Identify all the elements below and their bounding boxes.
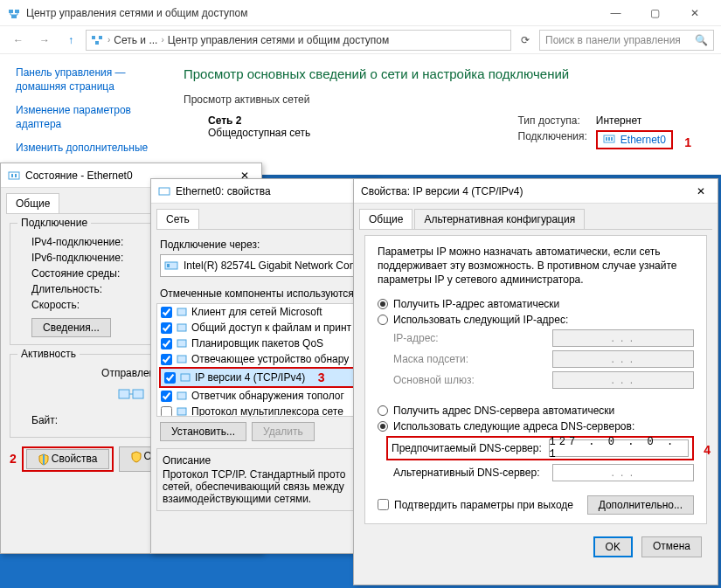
nic-icon xyxy=(164,259,178,273)
back-button[interactable]: ← xyxy=(7,31,30,50)
svg-rect-8 xyxy=(608,137,610,141)
tab-general[interactable]: Общие xyxy=(359,209,412,229)
protocol-icon xyxy=(176,353,188,365)
dialog-title: Свойства: IP версии 4 (TCP/IPv4) xyxy=(361,185,691,197)
ip-address-label: IP-адрес: xyxy=(393,332,552,344)
uninstall-button: Удалить xyxy=(252,422,315,441)
component-checkbox[interactable] xyxy=(161,307,172,318)
crumb-network[interactable]: Сеть и ... xyxy=(114,34,157,46)
component-checkbox[interactable] xyxy=(161,406,172,418)
up-button[interactable]: ↑ xyxy=(59,31,82,50)
forward-button[interactable]: → xyxy=(33,31,56,50)
close-button[interactable]: ✕ xyxy=(675,1,714,25)
advanced-button[interactable]: Дополнительно... xyxy=(587,495,694,515)
callout-1: 1 xyxy=(684,135,691,149)
svg-rect-12 xyxy=(15,174,17,177)
cancel-button[interactable]: Отмена xyxy=(641,536,702,557)
svg-rect-9 xyxy=(611,137,613,141)
svg-rect-3 xyxy=(92,36,95,39)
radio-use-ip[interactable]: Использовать следующий IP-адрес: xyxy=(378,314,694,326)
minimize-button[interactable]: — xyxy=(596,1,635,25)
tab-alternate[interactable]: Альтернативная конфигурация xyxy=(414,209,585,229)
component-checkbox[interactable] xyxy=(161,338,172,349)
network-center-window: Центр управления сетями и общим доступом… xyxy=(0,0,721,175)
alternate-dns-label: Альтернативный DNS-сервер: xyxy=(393,467,552,479)
component-checkbox[interactable] xyxy=(161,322,172,334)
details-button[interactable]: Сведения... xyxy=(31,318,111,337)
component-checkbox[interactable] xyxy=(164,372,176,384)
tab-network[interactable]: Сеть xyxy=(156,209,199,229)
gateway-input: . . . xyxy=(552,371,694,389)
validate-on-exit-checkbox[interactable] xyxy=(378,499,389,510)
ip-address-input: . . . xyxy=(552,329,694,347)
svg-rect-13 xyxy=(119,390,129,398)
ethernet-icon xyxy=(158,185,170,197)
window-title: Центр управления сетями и общим доступом xyxy=(26,7,596,19)
component-item[interactable]: Планировщик пакетов QoS xyxy=(157,336,371,351)
crumb-current: Центр управления сетями и общим доступом xyxy=(168,34,390,46)
search-input[interactable]: Поиск в панели управления 🔍 xyxy=(539,30,714,51)
protocol-icon xyxy=(176,306,188,318)
intro-text: Параметры IP можно назначать автоматичес… xyxy=(378,245,694,287)
dialog-title: Ethernet0: свойства xyxy=(176,185,350,197)
nav-toolbar: ← → ↑ › Сеть и ... › Центр управления се… xyxy=(0,26,721,54)
component-item[interactable]: Протокол мультиплексора сете xyxy=(157,404,371,417)
component-item[interactable]: Общий доступ к файлам и принт xyxy=(157,320,371,336)
svg-rect-19 xyxy=(177,324,186,331)
component-item[interactable]: Клиент для сетей Microsoft xyxy=(157,304,371,320)
search-icon: 🔍 xyxy=(695,34,708,46)
properties-button[interactable]: Свойства xyxy=(26,449,109,469)
protocol-icon xyxy=(176,337,188,349)
protocol-icon xyxy=(176,405,188,417)
description-box: Описание Протокол TCP/IP. Стандартный пр… xyxy=(156,448,371,511)
close-button[interactable]: ✕ xyxy=(691,185,711,197)
sidebar-home[interactable]: Панель управления — домашняя страница xyxy=(16,66,159,93)
ok-button[interactable]: OK xyxy=(593,536,633,557)
callout-3: 3 xyxy=(318,370,325,384)
alternate-dns-input[interactable]: . . . xyxy=(552,464,694,481)
breadcrumb-icon xyxy=(90,33,104,47)
search-placeholder: Поиск в панели управления xyxy=(545,34,681,46)
ipv4-properties-dialog: Свойства: IP версии 4 (TCP/IPv4) ✕ Общие… xyxy=(353,178,718,585)
active-networks-label: Просмотр активных сетей xyxy=(184,93,700,106)
radio-obtain-ip-auto[interactable]: Получить IP-адрес автоматически xyxy=(378,298,694,310)
component-item[interactable]: Ответчик обнаружения тополог xyxy=(157,388,371,404)
sidebar: Панель управления — домашняя страница Из… xyxy=(0,54,175,178)
connection-link-ethernet0[interactable]: Ethernet0 xyxy=(596,130,673,149)
preferred-dns-input[interactable]: 127 . 0 . 0 . 1 xyxy=(549,439,689,457)
component-item[interactable]: Отвечающее устройство обнару xyxy=(157,351,371,367)
breadcrumb[interactable]: › Сеть и ... › Центр управления сетями и… xyxy=(86,30,511,51)
connection-legend: Подключение xyxy=(17,217,91,229)
active-network-row: Сеть 2 Общедоступная сеть Тип доступа: И… xyxy=(184,114,700,149)
install-button[interactable]: Установить... xyxy=(160,422,246,441)
radio-use-dns[interactable]: Использовать следующие адреса DNS-сервер… xyxy=(378,420,694,432)
radio-obtain-dns-auto[interactable]: Получить адрес DNS-сервера автоматически xyxy=(378,405,694,417)
sidebar-adapter-settings[interactable]: Изменение параметров адаптера xyxy=(16,104,159,131)
gateway-label: Основной шлюз: xyxy=(393,374,552,386)
tab-general[interactable]: Общие xyxy=(6,193,59,213)
adapter-field: Intel(R) 82574L Gigabit Network Con xyxy=(160,254,368,277)
svg-rect-0 xyxy=(9,10,13,13)
refresh-button[interactable]: ⟳ xyxy=(515,34,536,46)
protocol-icon xyxy=(176,390,188,402)
dialog-titlebar: Ethernet0: свойства ✕ xyxy=(151,179,377,204)
components-list[interactable]: Клиент для сетей Microsoft Общий доступ … xyxy=(156,303,371,417)
preferred-dns-label: Предпочитаемый DNS-сервер: xyxy=(392,442,544,454)
protocol-icon xyxy=(176,322,188,334)
main-content: Просмотр основных сведений о сети и наст… xyxy=(175,54,721,178)
component-checkbox[interactable] xyxy=(161,354,172,365)
network-name: Сеть 2 xyxy=(208,114,310,127)
svg-rect-21 xyxy=(177,356,186,363)
network-center-icon xyxy=(7,6,21,20)
component-checkbox[interactable] xyxy=(161,391,172,402)
maximize-button[interactable]: ▢ xyxy=(635,1,675,25)
svg-rect-14 xyxy=(133,390,143,398)
ethernet-icon xyxy=(8,169,20,182)
component-item[interactable]: IP версии 4 (TCP/IPv4) 3 xyxy=(159,367,369,388)
access-type-value: Интернет xyxy=(596,114,691,127)
activity-legend: Активность xyxy=(17,348,80,360)
svg-rect-22 xyxy=(181,374,190,381)
svg-rect-4 xyxy=(99,36,102,39)
dialog-titlebar: Свойства: IP версии 4 (TCP/IPv4) ✕ xyxy=(354,179,718,204)
sidebar-advanced-sharing[interactable]: Изменить дополнительные xyxy=(16,142,159,156)
